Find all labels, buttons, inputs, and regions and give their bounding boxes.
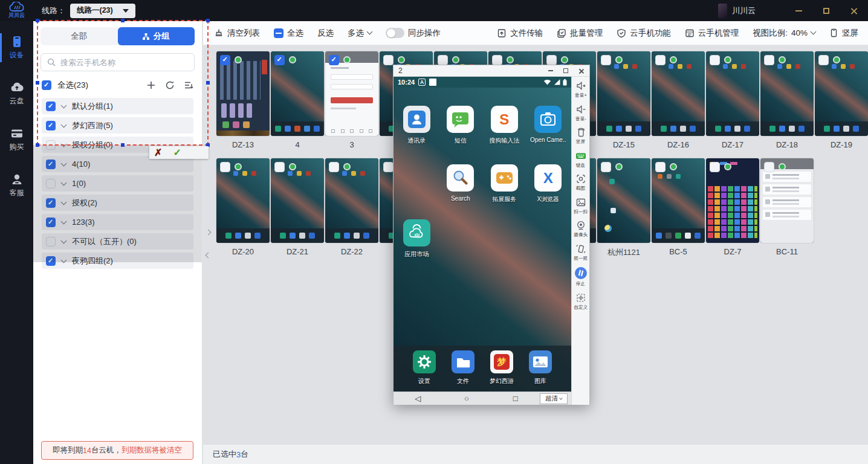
- phone-screen-preview[interactable]: [760, 51, 814, 136]
- phone-app-sogou[interactable]: S搜狗输入法: [482, 106, 526, 145]
- dock-app-settings[interactable]: 设置: [409, 350, 440, 392]
- group-checkbox[interactable]: [46, 140, 56, 150]
- phone-screen-preview[interactable]: [760, 158, 814, 243]
- clear-list-button[interactable]: 清空列表: [214, 28, 260, 39]
- maximize-button[interactable]: [812, 0, 840, 21]
- phone-thumbnail[interactable]: DZ-15: [597, 51, 650, 150]
- select-all-toolbar[interactable]: 全选: [274, 28, 303, 39]
- phone-thumbnail[interactable]: BC-5: [652, 158, 705, 257]
- thumbnail-checkbox[interactable]: [383, 55, 394, 65]
- thumbnail-checkbox[interactable]: [818, 55, 829, 65]
- phone-app-market[interactable]: 应用市场: [395, 219, 439, 259]
- sort-button[interactable]: [184, 80, 193, 90]
- panel-expand-chevron[interactable]: [204, 224, 212, 240]
- thumbnail-checkbox[interactable]: [329, 162, 339, 172]
- group-checkbox[interactable]: [46, 237, 56, 246]
- sidebar-item-support[interactable]: 客服: [0, 170, 33, 201]
- group-checkbox[interactable]: [46, 218, 56, 227]
- sidebar-item-cloud-disk[interactable]: 云盘: [0, 78, 33, 109]
- thumbnail-checkbox[interactable]: [492, 55, 502, 65]
- group-row[interactable]: 授权(2): [42, 195, 193, 211]
- control-custom-button[interactable]: 自定义: [573, 292, 589, 311]
- phone-close-button[interactable]: [577, 67, 585, 74]
- capture-cancel-button[interactable]: ✗: [154, 148, 162, 158]
- tab-all[interactable]: 全部: [40, 27, 118, 45]
- nav-back-button[interactable]: ◁: [394, 394, 442, 403]
- group-checkbox[interactable]: [46, 121, 56, 130]
- phone-screen-preview[interactable]: [652, 51, 705, 136]
- thumbnail-checkbox[interactable]: [764, 162, 774, 172]
- line-select-dropdown[interactable]: 线路一(23): [70, 4, 135, 18]
- phone-app-sms[interactable]: 短信: [439, 106, 483, 145]
- phone-manage-button[interactable]: 云手机管理: [685, 28, 739, 39]
- refresh-button[interactable]: [165, 80, 175, 90]
- phone-screen[interactable]: 10:24 A 通讯录短信S搜狗输入法Open Came.. Search拓展服…: [394, 77, 571, 405]
- search-box[interactable]: [40, 53, 195, 71]
- phone-screen-preview[interactable]: [815, 51, 868, 136]
- thumbnail-checkbox[interactable]: [546, 55, 557, 65]
- control-screenshot-button[interactable]: 截图: [575, 173, 586, 192]
- sidebar-item-purchase[interactable]: 购买: [0, 124, 33, 155]
- phone-screen-preview[interactable]: [706, 51, 759, 136]
- phone-thumbnail[interactable]: 3: [325, 51, 378, 150]
- thumbnail-checkbox[interactable]: [329, 55, 339, 65]
- phone-thumbnail[interactable]: 4: [271, 51, 324, 150]
- thumbnail-checkbox[interactable]: [274, 55, 285, 65]
- phone-app-search[interactable]: Search: [439, 164, 483, 204]
- phone-thumbnail[interactable]: DZ-21: [271, 158, 324, 257]
- control-vol-up-button[interactable]: 音量+: [574, 80, 588, 99]
- minimize-button[interactable]: [785, 0, 812, 21]
- phone-screen-preview[interactable]: [652, 158, 705, 243]
- invert-selection-button[interactable]: 反选: [317, 28, 334, 39]
- control-scan-button[interactable]: 扫一扫: [573, 197, 589, 216]
- group-checkbox[interactable]: [46, 198, 56, 208]
- phone-screen-preview[interactable]: [706, 158, 759, 243]
- phone-thumbnail[interactable]: BC-11: [760, 158, 814, 257]
- expiry-notice[interactable]: 即将到期14台云机，到期数据将被清空: [41, 441, 193, 460]
- phone-screen-preview[interactable]: [216, 51, 270, 136]
- phone-app-contacts[interactable]: 通讯录: [395, 106, 439, 145]
- dock-app-files[interactable]: 文件: [447, 350, 479, 392]
- phone-thumbnail[interactable]: DZ-18: [760, 51, 814, 150]
- thumbnail-checkbox[interactable]: [438, 55, 448, 65]
- thumbnail-checkbox[interactable]: [655, 162, 666, 172]
- phone-thumbnail[interactable]: DZ-19: [815, 51, 868, 150]
- panel-collapse-chevron[interactable]: [204, 247, 212, 263]
- control-stop-button[interactable]: 停止: [574, 266, 588, 288]
- control-keyboard-button[interactable]: 键盘: [575, 150, 586, 169]
- close-button[interactable]: [840, 0, 868, 21]
- dock-app-gallery[interactable]: 图库: [525, 350, 556, 392]
- phone-thumbnail[interactable]: DZ-20: [216, 158, 270, 257]
- control-camera-button[interactable]: 摄像头: [573, 220, 589, 239]
- thumbnail-checkbox[interactable]: [274, 162, 285, 172]
- group-row[interactable]: 不可以（五开）(0): [42, 233, 193, 250]
- phone-thumbnail[interactable]: DZ-16: [652, 51, 705, 150]
- sidebar-item-devices[interactable]: 设备: [0, 32, 33, 63]
- phone-thumbnail[interactable]: DZ-22: [325, 158, 378, 257]
- thumbnail-checkbox[interactable]: [710, 162, 720, 172]
- select-all-indeterminate-checkbox[interactable]: [274, 28, 283, 38]
- search-input[interactable]: [60, 58, 188, 67]
- phone-app-expand[interactable]: 拓展服务: [482, 164, 526, 204]
- phone-screen-preview[interactable]: [216, 158, 270, 243]
- select-all-checkbox[interactable]: [42, 80, 51, 90]
- phone-screen-preview[interactable]: [271, 51, 324, 136]
- group-checkbox[interactable]: [46, 102, 56, 111]
- phone-screen-preview[interactable]: [325, 158, 378, 243]
- thumbnail-checkbox[interactable]: [220, 162, 230, 172]
- phone-window-titlebar[interactable]: 2: [394, 65, 589, 77]
- multi-select-button[interactable]: 多选: [348, 28, 372, 39]
- tab-groups[interactable]: 分组: [118, 27, 195, 45]
- quality-select[interactable]: 超清: [540, 393, 568, 404]
- toggle-off-icon[interactable]: [386, 28, 404, 38]
- dock-app-mhxy[interactable]: 梦梦幻西游: [486, 350, 517, 392]
- group-checkbox[interactable]: [46, 256, 56, 266]
- phone-thumbnail[interactable]: DZ-13: [216, 51, 270, 150]
- view-scale-select[interactable]: 视图比例: 40%: [753, 28, 815, 39]
- nav-home-button[interactable]: ○: [442, 394, 491, 403]
- control-rotate-button[interactable]: 竖屏: [575, 127, 586, 146]
- thumbnail-checkbox[interactable]: [383, 162, 394, 172]
- thumbnail-checkbox[interactable]: [601, 162, 611, 172]
- thumbnail-checkbox[interactable]: [655, 55, 666, 65]
- phone-screen-preview[interactable]: [325, 51, 378, 136]
